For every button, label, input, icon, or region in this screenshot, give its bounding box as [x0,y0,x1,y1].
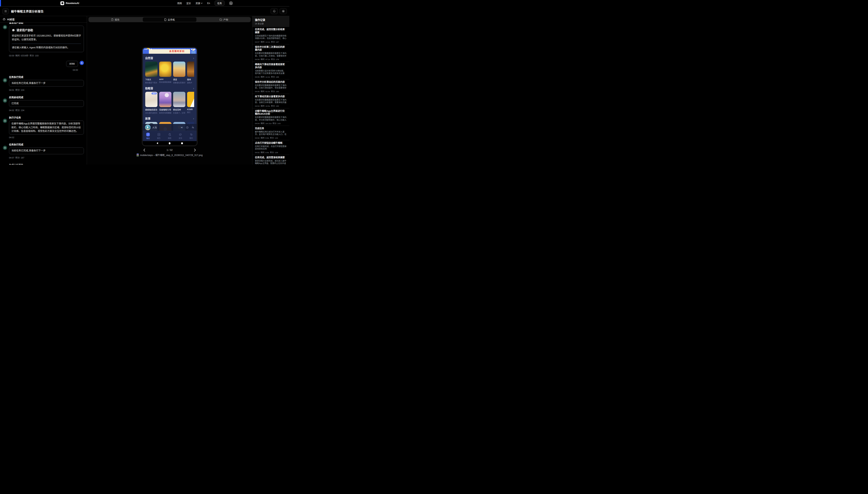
nav-item-language[interactable]: En [207,2,210,5]
sound-card[interactable]: 下雨天 赖床最爱下雨天 [145,61,157,84]
sound-card[interactable]: ASMR 熄灯, [187,92,194,114]
player-artwork[interactable] [145,125,151,130]
message-title: 请求用户协助 [9,22,84,24]
menu-button[interactable] [2,8,8,14]
card-body-text: 验证码已发送至手机号 15218812002，请查看短信并提供6位数字验证码，以… [12,34,81,41]
android-nav-bar [143,141,197,145]
status-icon [149,49,150,50]
chevron-right-icon[interactable]: › [193,87,194,90]
planet-icon [179,133,182,136]
nav-item-use-cases[interactable]: 用例 [177,2,182,5]
top-nav-bar: RevelensAI 用例 定价 资源 En 任务 [0,0,289,6]
next-page-button[interactable] [194,149,196,152]
chevron-right-icon[interactable]: › [193,57,194,59]
message-meta: 04:02 积分: 134 [9,109,84,112]
document-icon [111,18,113,21]
phone-tab-bedtime[interactable]: ♪ 睡前 [143,131,154,141]
playlist-icon[interactable] [192,126,194,129]
sound-card[interactable]: 萦绕耳畔 太温柔了，分享给最珍惜... [173,92,185,114]
phone-tab-sleep[interactable]: 睡眠 [164,131,175,141]
settings-button[interactable] [280,8,287,14]
report-header: 蜗牛睡眠主界面分析报告 [0,6,289,16]
page-title: 蜗牛睡眠主界面分析报告 [11,9,44,13]
sleep-timer-icon[interactable] [186,126,189,129]
section-sleep-sounds: 助眠音 › NEW 缓解脑部紧张40hz 40hz伽玛波音乐,可缓解... [143,86,197,114]
tab-artifacts[interactable]: 产物 [197,17,251,22]
chat-message-robot: 执行子任务 在蜗牛睡眠App主界面完整截图保存首屏及下滑内容，分析顶部导航栏、核… [3,116,84,139]
phone-tab-mine[interactable]: 我的 [186,131,196,141]
message-meta: 04:02 [9,136,84,139]
signal-icon [193,49,194,50]
sound-card[interactable]: 深度睡眠引导 如何在有限睡眠时间内恢... [159,92,172,114]
log-entry[interactable]: 保存并分析第二次滑动后的屏幕内容 任务要求完整截图保存首屏及下滑内容，已执行第二… [253,44,289,62]
operation-log-header: 操作记录 34 条记录 [253,16,289,27]
brand[interactable]: RevelensAI [60,0,79,6]
log-entry[interactable]: 继续向下滑动页面查看底部更多内容 当前屏幕已显示到'冥想'分类标题，但可能下方还… [253,62,289,79]
gear-icon [282,10,285,13]
promo-banner[interactable]: 会员限时折扣 4:07 [143,48,197,54]
nav-item-resources[interactable]: 资源 [196,2,202,5]
tab-cloud-phone[interactable]: 云手机 [143,17,197,22]
prev-page-button[interactable] [143,149,145,152]
chat-scroll-area[interactable]: 请求用户协助 请求用户协助 验证码已发送至手机号 15218812002，请查看… [0,22,87,165]
log-entry[interactable]: 保存并分析滑动后的页面内容 任务要求完整截图保存首屏及下滑内容，已执行滑动操作，… [253,79,289,94]
operation-log-list[interactable]: 任务完成，返回完整分析结果摘要 已完成首屏及下滑内容的截图保存和深度UI分析，包… [253,27,289,165]
skip-next-icon[interactable] [180,126,183,129]
card-image [145,61,157,77]
operation-log-panel: 操作记录 34 条记录 任务完成，返回完整分析结果摘要 已完成首屏及下滑内容的截… [252,16,289,165]
phone-icon [164,18,166,21]
card-image [159,92,172,107]
card-image: NEW [145,92,157,107]
screenshot-filename: mobile/steps – 蜗牛睡眠_step_6_20260311_0407… [140,153,202,156]
log-entry[interactable]: 任务完成，返回登录结果摘要 登录流程已全部完成，成功进入蜗牛睡眠App主界面，需… [253,155,289,165]
status-icon [151,49,152,50]
message-meta: 04:07 积分: 187 [9,156,84,159]
android-recents-button[interactable] [181,142,183,144]
android-back-button[interactable] [157,142,158,144]
ai-chat-panel: AI对话 请求用户协助 请求用户协助 验证码已发送至手机号 1521881200… [0,16,87,165]
tasks-button[interactable]: 任务 [215,1,224,6]
status-time: 4:07 [144,49,148,50]
tab-report[interactable]: 报告 [88,17,142,22]
sound-card[interactable]: 课堂 语数理化英更好睡 [173,61,185,84]
message-card: 当前任务已完成,准备执行下一步 [9,80,84,87]
chat-message-robot: 请求用户协助 请求用户协助 验证码已发送至手机号 15218812002，请查看… [3,22,84,57]
user-avatar [80,61,84,65]
sound-card[interactable]: asmr 耳朵按摩极致解压 [159,61,172,84]
phone-tab-discover[interactable]: 发现 [175,131,186,141]
cartoon-figure [191,51,196,54]
card-image [173,92,185,107]
log-entry[interactable]: 向下滑动页面以查看更多内容 任务要求完整截图保存首屏及下滑内容，当前已分析首屏，… [253,94,289,108]
log-entry[interactable]: 对蜗牛睡眠App主界面进行完整的UI/UX分析 任务要求完整截图保存首屏及下滑内… [253,108,289,126]
person-icon [81,62,83,64]
nav-item-pricing[interactable]: 定价 [186,2,191,5]
phone-status-bar: 4:07 [144,49,195,50]
android-home-button[interactable] [169,142,171,144]
section-title: 助眠音 [145,86,153,90]
snail-icon [190,133,193,136]
battery-icon [194,49,195,50]
user-avatar-icon[interactable] [229,1,233,5]
card-image [159,61,172,77]
log-entry[interactable]: 完成任务 蜗牛睡眠应用已成功打开并进入首页，显示用户昵称及主功能入口，任务完成 … [253,126,289,140]
user-message-text: 8098 [66,61,78,67]
sound-card[interactable]: NEW 缓解脑部紧张40hz 40hz伽玛波音乐,可缓解... [145,92,157,114]
card-image [173,61,185,77]
robot-avatar [3,25,7,29]
chat-message-robot: 任务执行完成 当前任务已完成,准备执行下一步 04:01 积分: 124 [3,75,84,91]
log-entry[interactable]: 点击打开按钮启动蜗牛睡眠 应用已安装完成，点击打开按钮直接启动目标应用 04:0… [253,140,289,155]
mini-player[interactable]: 大海 [143,124,197,131]
phone-screen[interactable]: 会员限时折扣 4:07 [143,48,197,141]
music-note-icon: ♪ [146,133,150,136]
log-entry[interactable]: 任务完成，返回完整分析结果摘要 已完成首屏及下滑内容的截图保存和深度UI分析，包… [253,27,289,44]
new-badge: NEW [152,93,157,94]
folder-icon [220,19,222,21]
phone-tab-report[interactable]: 报告 [154,131,164,141]
robot-icon [4,99,6,102]
sound-card[interactable]: 撸串 滋啦声 [187,61,194,84]
notifications-button[interactable] [271,8,278,14]
main-view: 报告 云手机 产物 [87,16,252,165]
chat-message-robot: 生成分析报告 已生成查看报告 04:07 耗时: 3分47秒 积分: 200 [3,163,84,165]
chevron-right-icon[interactable]: › [193,117,194,120]
robot-icon [4,26,6,28]
